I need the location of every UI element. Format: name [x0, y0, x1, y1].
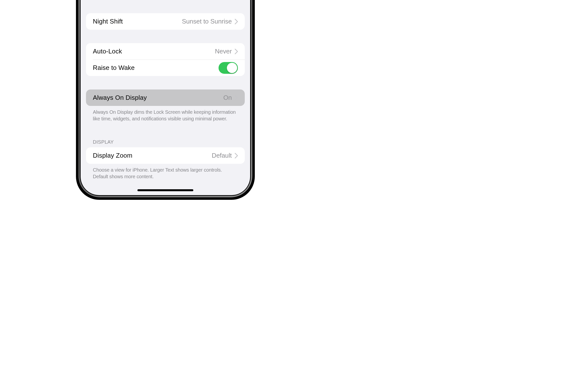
phone-bezel: Night Shift Sunset to Sunrise	[78, 0, 252, 197]
display-zoom-value: Default	[212, 152, 232, 159]
phone-frame: Night Shift Sunset to Sunrise	[76, 0, 255, 200]
phone-screen-border: Night Shift Sunset to Sunrise	[80, 0, 251, 196]
raise-to-wake-toggle[interactable]	[219, 62, 238, 74]
display-zoom-footer: Choose a view for iPhone. Larger Text sh…	[86, 164, 245, 180]
auto-lock-value: Never	[215, 48, 232, 55]
raise-to-wake-label: Raise to Wake	[93, 64, 135, 72]
chevron-right-icon	[235, 95, 238, 100]
lock-group: Auto-Lock Never Raise to Wake	[86, 43, 245, 76]
toggle-knob	[227, 63, 237, 73]
chevron-right-icon	[235, 49, 238, 54]
chevron-right-icon	[235, 19, 238, 24]
always-on-display-label: Always On Display	[93, 94, 147, 102]
display-zoom-row[interactable]: Display Zoom Default	[86, 147, 245, 164]
display-zoom-group: Display Zoom Default	[86, 147, 245, 164]
settings-screen: Night Shift Sunset to Sunrise	[81, 0, 250, 195]
night-shift-value: Sunset to Sunrise	[182, 18, 232, 25]
home-indicator[interactable]	[137, 189, 193, 191]
night-shift-label: Night Shift	[93, 18, 123, 25]
display-section-header: DISPLAY	[86, 139, 245, 147]
always-on-display-footer: Always On Display dims the Lock Screen w…	[86, 106, 245, 122]
auto-lock-row[interactable]: Auto-Lock Never	[86, 43, 245, 60]
chevron-right-icon	[235, 153, 238, 158]
auto-lock-label: Auto-Lock	[93, 48, 122, 55]
raise-to-wake-row: Raise to Wake	[86, 60, 245, 76]
always-on-display-value: On	[224, 94, 232, 102]
night-shift-group: Night Shift Sunset to Sunrise	[86, 13, 245, 30]
night-shift-row[interactable]: Night Shift Sunset to Sunrise	[86, 13, 245, 30]
always-on-display-group: Always On Display On	[86, 90, 245, 106]
display-zoom-label: Display Zoom	[93, 152, 132, 159]
always-on-display-row[interactable]: Always On Display On	[86, 90, 245, 106]
